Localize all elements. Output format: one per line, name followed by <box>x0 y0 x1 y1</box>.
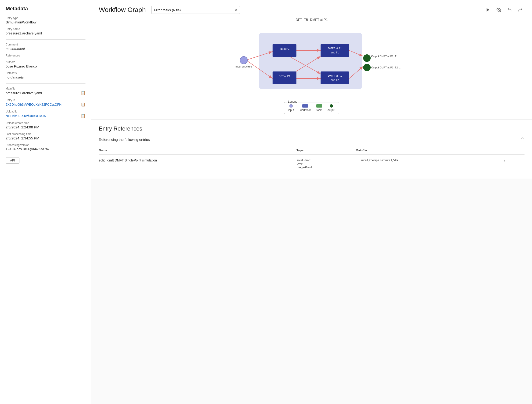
legend-title: Legend <box>287 100 298 103</box>
upload-id-value[interactable]: NDDslx9FR-KzfUKKkPIoJA <box>6 114 46 118</box>
legend-item-task: task <box>316 104 322 112</box>
legend-input-label: input <box>288 109 294 112</box>
dmft2-label-line1: DMFT at P1 <box>328 74 342 77</box>
col-action-header <box>502 145 525 155</box>
input-node[interactable] <box>240 57 247 64</box>
main-content: Workflow Graph ✕ <box>91 0 532 404</box>
collapse-chevron-up-icon[interactable]: ⌃ <box>520 137 525 142</box>
legend-item-output: output <box>328 104 335 112</box>
entry-id-row: 2X2DhuQb3VWEQqXzK82FCCgtQFHi 📋 <box>6 102 85 107</box>
entry-refs-title: Entry References <box>99 125 525 132</box>
authors-label: Authors <box>6 60 85 64</box>
ref-action-cell[interactable]: → <box>502 155 525 173</box>
tb-node[interactable] <box>272 44 297 57</box>
datasets-label: Datasets <box>6 72 85 75</box>
upload-id-row: NDDslx9FR-KzfUKKkPIoJA 📋 <box>6 114 85 118</box>
ref-type-cell: solid_dmftDMFTSinglePoint <box>297 155 356 173</box>
col-mainfile-header: Mainfile <box>356 145 502 155</box>
entry-name-label: Entry name <box>6 27 85 31</box>
ref-name-cell: solid_dmft DMFT SinglePoint simulation <box>99 155 297 173</box>
entry-name-value: pressure1.archive.yaml <box>6 31 85 35</box>
api-button[interactable]: API <box>6 157 19 163</box>
input-label: Input structure <box>235 65 252 68</box>
legend-item-workflow: workflow <box>300 104 311 112</box>
processing-version-label: Processing version <box>6 143 85 147</box>
upload-create-time-value: 7/5/2024, 2:24:08 PM <box>6 125 85 129</box>
dft-label-line1: DFT at P1 <box>279 75 290 78</box>
mainfile-copy-icon[interactable]: 📋 <box>81 91 85 95</box>
graph-area: DFT+TB+DMFT at P1 <box>91 18 532 114</box>
entry-type-label: Entry type <box>6 16 85 20</box>
graph-container: DFT+TB+DMFT at P1 <box>99 18 525 114</box>
filter-clear-icon[interactable]: ✕ <box>235 8 238 12</box>
last-processing-time-label: Last processing time <box>6 132 85 136</box>
legend-output-label: output <box>328 109 335 112</box>
toolbar-icons <box>484 6 525 14</box>
legend-input-dot <box>289 104 293 108</box>
output1-node[interactable] <box>363 54 371 62</box>
redo-icon[interactable] <box>516 6 525 14</box>
mainfile-label: Mainfile <box>6 87 85 90</box>
legend-box: Legend input workflow task <box>284 102 339 114</box>
dmft2-label-line2: and T2 <box>331 78 339 81</box>
undo-icon[interactable] <box>505 6 514 14</box>
dmft2-node[interactable] <box>321 72 349 84</box>
filter-input[interactable] <box>154 8 233 12</box>
graph-group-label: DFT+TB+DMFT at P1 <box>99 18 525 22</box>
entry-id-label: Entry id <box>6 98 85 102</box>
legend-workflow-rect <box>302 104 308 108</box>
authors-value: Jose Pizarro Blanco <box>6 64 85 68</box>
legend-output-dot <box>330 104 333 108</box>
legend-workflow-label: workflow <box>300 109 311 112</box>
referencing-label: Referencing the following entries <box>99 137 150 142</box>
datasets-value: no datasets <box>6 75 85 79</box>
dmft1-label-line2: and T1 <box>331 51 339 54</box>
legend-task-label: task <box>317 109 322 112</box>
tb-label-line1: TB at P1 <box>279 47 290 50</box>
dmft1-node[interactable] <box>321 44 349 57</box>
entry-refs-card: Entry References Referencing the followi… <box>91 120 532 179</box>
dmft1-label-line1: DMFT at P1 <box>328 47 342 50</box>
col-type-header: Type <box>297 145 356 155</box>
workflow-card: Workflow Graph ✕ <box>91 0 532 120</box>
entry-id-copy-icon[interactable]: 📋 <box>81 102 85 107</box>
play-icon[interactable] <box>484 6 492 14</box>
referencing-collapse-row[interactable]: Referencing the following entries ⌃ <box>99 137 525 145</box>
entry-id-value[interactable]: 2X2DhuQb3VWEQqXzK82FCCgtQFHi <box>6 103 62 106</box>
upload-id-label: Upload id <box>6 110 85 113</box>
last-processing-time-value: 7/5/2024, 2:34:55 PM <box>6 136 85 140</box>
sidebar: Metadata Entry type SimulationWorkflow E… <box>0 0 91 404</box>
visibility-off-icon[interactable] <box>494 6 503 14</box>
ref-mainfile-cell: ...ure1/temperature1/dm <box>356 155 502 173</box>
ref-navigate-icon[interactable]: → <box>502 158 506 163</box>
workflow-title: Workflow Graph <box>99 6 146 13</box>
workflow-header: Workflow Graph ✕ <box>91 0 532 18</box>
refs-table-header-row: Name Type Mainfile <box>99 145 525 155</box>
graph-svg-wrapper: Input structure TB at P1 DFT at P1 DMFT … <box>99 23 525 98</box>
workflow-graph-svg: Input structure TB at P1 DFT at P1 DMFT … <box>223 23 401 98</box>
comment-label: Comment <box>6 43 85 46</box>
upload-create-time-label: Upload create time <box>6 121 85 125</box>
col-name-header: Name <box>99 145 297 155</box>
output2-label: Output DMFT at P1, T2 ... <box>371 66 401 69</box>
mainfile-row: pressure1.archive.yaml 📋 <box>6 91 85 95</box>
dft-node[interactable] <box>272 72 297 84</box>
svg-marker-0 <box>487 8 489 12</box>
legend-item-input: input <box>288 104 294 112</box>
table-row: solid_dmft DMFT SinglePoint simulation s… <box>99 155 525 173</box>
entry-type-value: SimulationWorkflow <box>6 20 85 24</box>
legend-task-rect <box>316 104 322 108</box>
legend-wrapper: Legend input workflow task <box>99 102 525 114</box>
comment-value: no comment <box>6 47 85 51</box>
processing-version-value: 1.3.3.dev106+g06b23da7a/ <box>6 147 85 151</box>
output2-node[interactable] <box>363 64 371 71</box>
upload-id-copy-icon[interactable]: 📋 <box>81 114 85 118</box>
refs-table: Name Type Mainfile solid_dmft DMFT Singl… <box>99 145 525 173</box>
sidebar-title: Metadata <box>6 6 85 12</box>
mainfile-value: pressure1.archive.yaml <box>6 91 42 95</box>
filter-box[interactable]: ✕ <box>151 6 240 14</box>
output1-label: Output DMFT at P1, T1 ... <box>371 55 401 58</box>
references-label: References <box>6 54 85 57</box>
